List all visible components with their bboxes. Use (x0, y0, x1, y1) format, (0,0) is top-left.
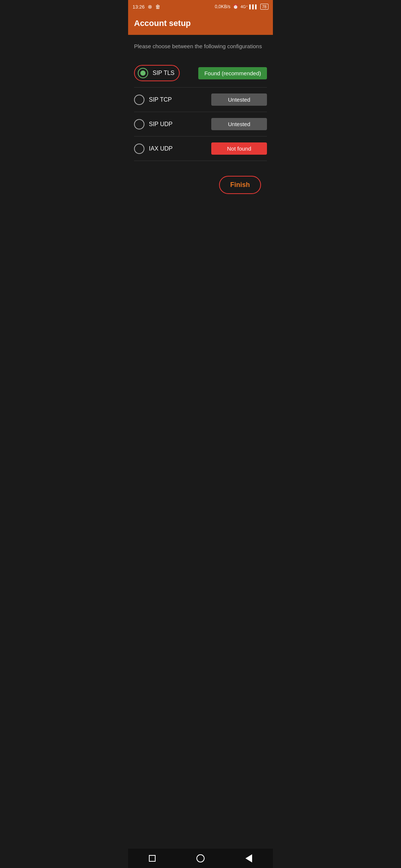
config-label-sip-tls: SIP TLS (153, 70, 175, 76)
status-badge-sip-tcp: Untested (211, 93, 267, 106)
status-bar: 13:26 ⊗ 🗑 0,0KB/s ⏰ 4G⁺ ▌▌▌ 78 (128, 0, 273, 13)
signal-icon: 4G⁺ ▌▌▌ (241, 4, 258, 9)
status-bar-left: 13:26 ⊗ 🗑 (133, 4, 160, 10)
finish-button[interactable]: Finish (219, 176, 261, 194)
bottom-spacer (134, 201, 267, 227)
config-label-iax-udp: IAX UDP (149, 145, 173, 152)
radio-inner-sip-tls (140, 70, 146, 76)
config-item-left-sip-tcp: SIP TCP (134, 95, 172, 105)
page-title: Account setup (134, 19, 191, 28)
subtitle-text: Please choose between the following conf… (134, 42, 267, 50)
toolbar: Account setup (128, 13, 273, 35)
radio-sip-udp[interactable] (134, 119, 144, 129)
time-display: 13:26 (133, 4, 145, 10)
status-badge-sip-udp: Untested (211, 118, 267, 130)
config-item-left-iax-udp: IAX UDP (134, 144, 173, 154)
battery-icon: 78 (260, 4, 268, 10)
config-label-sip-udp: SIP UDP (149, 121, 173, 128)
finish-container: Finish (134, 161, 267, 201)
config-item-sip-udp[interactable]: SIP UDP Untested (134, 112, 267, 137)
config-item-sip-tls[interactable]: SIP TLS Found (recommended) (134, 59, 267, 88)
status-badge-iax-udp: Not found (211, 142, 267, 155)
config-item-left-sip-tls: SIP TLS (134, 65, 180, 81)
config-item-left-sip-udp: SIP UDP (134, 119, 173, 129)
notification-icon: ⊗ (148, 4, 152, 10)
config-list: SIP TLS Found (recommended) SIP TCP Unte… (134, 59, 267, 161)
config-item-iax-udp[interactable]: IAX UDP Not found (134, 137, 267, 161)
radio-sip-tcp[interactable] (134, 95, 144, 105)
main-content: Please choose between the following conf… (128, 35, 273, 235)
radio-iax-udp[interactable] (134, 144, 144, 154)
config-item-sip-tcp[interactable]: SIP TCP Untested (134, 88, 267, 112)
config-label-sip-tcp: SIP TCP (149, 96, 172, 103)
status-badge-sip-tls: Found (recommended) (198, 67, 267, 79)
status-bar-right: 0,0KB/s ⏰ 4G⁺ ▌▌▌ 78 (215, 4, 268, 10)
radio-sip-tls[interactable] (138, 68, 148, 78)
network-speed: 0,0KB/s (215, 4, 231, 9)
alarm-icon: ⏰ (233, 4, 238, 9)
delete-icon: 🗑 (155, 4, 160, 10)
